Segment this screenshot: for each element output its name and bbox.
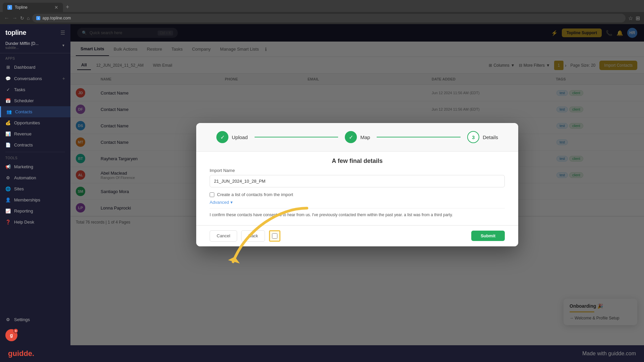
- sidebar-item-label: Contracts: [14, 142, 33, 147]
- org-sub: subtitle...: [5, 46, 39, 50]
- reporting-icon: 📈: [5, 208, 11, 214]
- footer-checkbox[interactable]: [272, 233, 277, 239]
- nav-back-icon[interactable]: ←: [4, 15, 9, 21]
- create-list-row[interactable]: Create a list of contacts from the impor…: [210, 192, 505, 197]
- step-upload-label: Upload: [232, 134, 248, 140]
- sidebar-item-label: Contacts: [15, 109, 32, 114]
- sidebar-item-label: Conversations: [14, 76, 42, 81]
- bottom-bar: guidde. Made with guidde.com: [0, 345, 644, 362]
- tab-title: Topline: [15, 5, 28, 10]
- sidebar-item-dashboard[interactable]: ⊞ Dashboard: [0, 62, 70, 73]
- browser-tab[interactable]: t Topline ✕: [3, 3, 63, 12]
- apps-section-label: Apps: [0, 53, 70, 62]
- browser-tab-bar: t Topline ✕ +: [0, 0, 644, 12]
- sidebar-item-label: Tasks: [14, 87, 25, 92]
- step-details-label: Details: [483, 134, 498, 140]
- browser-nav: ← → ↻ ⌂ t app.topline.com ☆ ⊞: [0, 12, 644, 24]
- modal-title: A few final details: [196, 152, 518, 168]
- consent-text: I confirm these contacts have consented …: [210, 212, 505, 218]
- advanced-toggle[interactable]: Advanced ▾: [210, 200, 505, 205]
- avatar-badge: 9: [13, 328, 18, 333]
- org-chevron-icon: ▼: [62, 44, 65, 47]
- automation-icon: ⚙: [5, 175, 11, 180]
- sidebar-item-tasks[interactable]: ✓ Tasks: [0, 84, 70, 95]
- sidebar-item-label: Scheduler: [14, 98, 34, 103]
- tab-close-icon[interactable]: ✕: [54, 5, 58, 10]
- submit-button[interactable]: Submit: [471, 231, 505, 241]
- nav-home-icon[interactable]: ⌂: [27, 15, 30, 21]
- sidebar-item-label: Dashboard: [14, 65, 36, 70]
- sites-icon: 🌐: [5, 186, 11, 191]
- dashboard-icon: ⊞: [5, 65, 11, 70]
- sidebar-item-label: Marketing: [14, 164, 33, 169]
- contracts-icon: 📄: [5, 142, 11, 147]
- sidebar-item-label: Help Desk: [14, 220, 34, 225]
- new-tab-icon[interactable]: +: [66, 4, 69, 12]
- advanced-label: Advanced: [210, 200, 229, 205]
- avatar-letter: g: [10, 333, 13, 338]
- scheduler-icon: 📅: [5, 98, 11, 103]
- nav-refresh-icon[interactable]: ↻: [20, 15, 24, 21]
- tasks-icon: ✓: [5, 87, 11, 92]
- sidebar-item-label: Reporting: [14, 208, 33, 214]
- org-selector[interactable]: Dunder Mifflin [D... subtitle... ▼: [0, 39, 70, 53]
- cancel-button[interactable]: Cancel: [210, 230, 237, 242]
- import-name-label: Import Name: [210, 168, 505, 173]
- create-list-label: Create a list of contacts from the impor…: [217, 192, 293, 197]
- settings-label: Settings: [14, 317, 30, 322]
- step-upload: ✓ Upload: [216, 131, 248, 143]
- add-icon[interactable]: +: [62, 76, 65, 81]
- sidebar-item-reporting[interactable]: 📈 Reporting: [0, 205, 70, 217]
- sidebar-item-scheduler[interactable]: 📅 Scheduler: [0, 95, 70, 106]
- sidebar-item-label: Revenue: [14, 131, 32, 136]
- nav-forward-icon[interactable]: →: [12, 15, 17, 21]
- import-modal: ✓ Upload ✓ Map 3 Details A few final: [196, 123, 518, 246]
- sidebar-item-memberships[interactable]: 👤 Memberships: [0, 194, 70, 205]
- tab-favicon: t: [7, 5, 12, 10]
- sidebar-item-contracts[interactable]: 📄 Contracts: [0, 139, 70, 150]
- sidebar-item-contacts[interactable]: 👥 Contacts: [0, 106, 70, 117]
- sidebar-item-sites[interactable]: 🌐 Sites: [0, 183, 70, 194]
- step-map: ✓ Map: [345, 131, 370, 143]
- sidebar-item-label: Opportunities: [14, 120, 40, 125]
- back-button[interactable]: Back: [241, 230, 265, 242]
- extensions-icon[interactable]: ⊞: [636, 15, 640, 21]
- opportunities-icon: 💰: [5, 120, 11, 125]
- address-bar[interactable]: t app.topline.com: [32, 14, 626, 22]
- modal-overlay: ✓ Upload ✓ Map 3 Details A few final: [70, 24, 644, 345]
- checkbox-highlight-area[interactable]: [269, 230, 280, 242]
- contacts-icon: 👥: [6, 109, 12, 114]
- sidebar-item-settings[interactable]: ⚙ Settings: [0, 314, 70, 325]
- memberships-icon: 👤: [5, 197, 11, 202]
- svg-marker-0: [228, 257, 240, 263]
- app-logo: topline: [5, 29, 26, 37]
- sidebar-item-label: Automation: [14, 175, 36, 180]
- sidebar-collapse-icon[interactable]: ☰: [60, 29, 65, 36]
- sidebar-item-label: Sites: [14, 186, 24, 191]
- create-list-checkbox[interactable]: [210, 192, 214, 197]
- modal-progress-bar: ✓ Upload ✓ Map 3 Details: [196, 123, 518, 152]
- conversations-icon: 💬: [5, 76, 11, 81]
- marketing-icon: 📢: [5, 164, 11, 169]
- tools-section-label: Tools: [0, 154, 70, 161]
- sidebar-item-help-desk[interactable]: ❓ Help Desk: [0, 217, 70, 228]
- user-avatar[interactable]: g 9: [5, 329, 17, 341]
- sidebar-item-conversations[interactable]: 💬 Conversations +: [0, 73, 70, 84]
- address-text: app.topline.com: [42, 16, 71, 20]
- bookmark-icon[interactable]: ☆: [628, 15, 633, 21]
- advanced-chevron-icon: ▾: [230, 200, 233, 205]
- sidebar: topline ☰ Dunder Mifflin [D... subtitle.…: [0, 24, 70, 345]
- sidebar-item-revenue[interactable]: 📊 Revenue: [0, 128, 70, 139]
- step-details: 3 Details: [467, 131, 498, 143]
- sidebar-item-marketing[interactable]: 📢 Marketing: [0, 161, 70, 172]
- import-name-input[interactable]: [210, 175, 505, 187]
- sidebar-item-opportunities[interactable]: 💰 Opportunities: [0, 117, 70, 128]
- guidde-logo: guidde.: [8, 349, 34, 358]
- help-desk-icon: ❓: [5, 220, 11, 225]
- sidebar-item-label: Memberships: [14, 197, 40, 202]
- modal-footer: Cancel Back Submit: [196, 225, 518, 246]
- address-favicon: t: [36, 16, 40, 20]
- step-map-label: Map: [360, 134, 370, 140]
- sidebar-item-automation[interactable]: ⚙ Automation: [0, 172, 70, 183]
- revenue-icon: 📊: [5, 131, 11, 136]
